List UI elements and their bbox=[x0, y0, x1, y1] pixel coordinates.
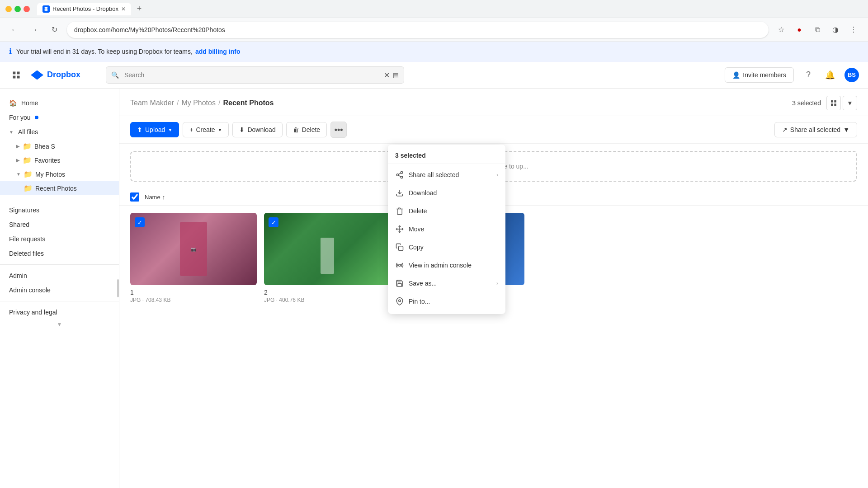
sidebar-item-admin[interactable]: Admin bbox=[0, 268, 119, 283]
context-menu-header: 3 selected bbox=[388, 148, 505, 164]
search-clear-icon[interactable]: ✕ bbox=[384, 70, 390, 79]
menu-item-admin-console[interactable]: View in admin console bbox=[388, 256, 505, 274]
bhea-s-chevron: ▶ bbox=[16, 144, 20, 149]
delete-label: Delete bbox=[302, 126, 320, 133]
refresh-button[interactable]: ↻ bbox=[47, 23, 61, 37]
my-photos-label: My Photos bbox=[35, 171, 65, 178]
delete-button[interactable]: 🗑 Delete bbox=[286, 122, 327, 137]
sidebar-item-admin-console[interactable]: Admin console bbox=[0, 283, 119, 297]
minimize-button[interactable] bbox=[5, 6, 12, 12]
svg-point-10 bbox=[401, 176, 403, 178]
svg-rect-0 bbox=[13, 71, 16, 74]
delete-icon: 🗑 bbox=[293, 126, 299, 133]
app-grid-button[interactable] bbox=[9, 68, 24, 82]
file-name-1: 1 bbox=[130, 289, 257, 296]
home-label: Home bbox=[21, 99, 38, 107]
sidebar-item-signatures[interactable]: Signatures bbox=[0, 203, 119, 217]
new-tab-button[interactable]: + bbox=[133, 3, 146, 15]
invite-label: Invite members bbox=[743, 71, 786, 79]
upload-arrow-icon: ▼ bbox=[168, 127, 172, 132]
search-filter-icon[interactable]: ▤ bbox=[393, 71, 399, 79]
my-photos-chevron: ▼ bbox=[16, 172, 21, 177]
menu-item-pin-to[interactable]: Pin to... bbox=[388, 292, 505, 310]
menu-item-share-all[interactable]: Share all selected › bbox=[388, 166, 505, 184]
profile-icon[interactable]: ◑ bbox=[828, 23, 843, 37]
tab-close-button[interactable]: ✕ bbox=[121, 6, 126, 12]
sidebar: 🏠 Home For you ▼ All files ▶ 📁 Bhea S ▶ … bbox=[0, 89, 119, 488]
sidebar-scroll-down[interactable]: ▼ bbox=[0, 319, 119, 329]
breadcrumb-part2[interactable]: My Photos bbox=[181, 99, 216, 107]
sidebar-item-shared[interactable]: Shared bbox=[0, 217, 119, 232]
help-button[interactable]: ? bbox=[801, 68, 816, 82]
sidebar-item-recent-photos[interactable]: 📁 Recent Photos bbox=[0, 181, 119, 195]
menu-item-download[interactable]: Download bbox=[388, 184, 505, 202]
sidebar-item-bhea-s[interactable]: ▶ 📁 Bhea S bbox=[0, 139, 119, 153]
bookmark-icon[interactable]: ☆ bbox=[774, 23, 788, 37]
avatar[interactable]: BS bbox=[844, 68, 859, 82]
search-icon: 🔍 bbox=[111, 71, 119, 79]
active-tab[interactable]: Recent Photos - Dropbox ✕ bbox=[37, 3, 131, 15]
file-check-2[interactable]: ✓ bbox=[269, 217, 278, 227]
more-button[interactable]: ••• bbox=[330, 122, 347, 138]
menu-item-copy[interactable]: Copy bbox=[388, 238, 505, 256]
menu-icon[interactable]: ⋮ bbox=[846, 23, 861, 37]
check-all-checkbox[interactable] bbox=[130, 192, 139, 202]
view-toggle: ▼ bbox=[826, 96, 857, 110]
breadcrumb: Team Makder / My Photos / Recent Photos bbox=[130, 99, 274, 107]
svg-point-17 bbox=[399, 264, 401, 267]
download-menu-label: Download bbox=[409, 189, 498, 197]
address-bar: ← → ↻ ☆ ● ⧉ ◑ ⋮ bbox=[0, 18, 868, 42]
download-button[interactable]: ⬇ Download bbox=[232, 122, 282, 137]
create-button[interactable]: + Create ▼ bbox=[183, 122, 229, 137]
sidebar-item-all-files[interactable]: ▼ All files bbox=[0, 125, 119, 139]
breadcrumb-part1[interactable]: Team Makder bbox=[130, 99, 174, 107]
back-button[interactable]: ← bbox=[7, 23, 22, 37]
maximize-button[interactable] bbox=[14, 6, 21, 12]
invite-members-button[interactable]: 👤 Invite members bbox=[725, 67, 794, 83]
close-button[interactable] bbox=[24, 6, 30, 12]
menu-item-move[interactable]: Move bbox=[388, 220, 505, 238]
sidebar-item-file-requests[interactable]: File requests bbox=[0, 232, 119, 246]
sidebar-item-privacy[interactable]: Privacy and legal bbox=[0, 305, 119, 319]
extensions-icon[interactable]: ⧉ bbox=[810, 23, 825, 37]
notifications-button[interactable]: 🔔 bbox=[823, 68, 837, 82]
billing-link[interactable]: add billing info bbox=[195, 48, 241, 55]
trial-icon: ℹ bbox=[9, 47, 12, 56]
file-requests-label: File requests bbox=[9, 235, 45, 243]
address-actions: ☆ ● ⧉ ◑ ⋮ bbox=[774, 23, 861, 37]
menu-item-save-as[interactable]: Save as... › bbox=[388, 274, 505, 292]
file-thumbnail-2[interactable]: ✓ bbox=[264, 213, 391, 285]
upload-label: Upload bbox=[145, 126, 165, 133]
nav-actions: 👤 Invite members ? 🔔 BS bbox=[725, 67, 859, 83]
logo-text: Dropbox bbox=[47, 70, 80, 80]
list-view-button[interactable]: ▼ bbox=[843, 96, 857, 110]
name-column-header[interactable]: Name ↑ bbox=[145, 194, 165, 201]
file-name-2: 2 bbox=[264, 289, 391, 296]
save-as-menu-label: Save as... bbox=[409, 280, 492, 287]
menu-item-delete[interactable]: Delete bbox=[388, 202, 505, 220]
file-check-1[interactable]: ✓ bbox=[135, 217, 145, 227]
sidebar-item-favorites[interactable]: ▶ 📁 Favorites bbox=[0, 153, 119, 167]
save-as-menu-icon bbox=[395, 279, 404, 288]
download-icon: ⬇ bbox=[239, 126, 245, 133]
forward-button[interactable]: → bbox=[27, 23, 42, 37]
address-input[interactable] bbox=[67, 22, 769, 38]
dropbox-logo[interactable]: Dropbox bbox=[31, 69, 80, 81]
browser-titlebar: Recent Photos - Dropbox ✕ + bbox=[0, 0, 868, 18]
admin-console-label: Admin console bbox=[9, 286, 51, 294]
upload-button[interactable]: ⬆ Upload ▼ bbox=[130, 122, 179, 137]
share-all-button[interactable]: ↗ Share all selected ▼ bbox=[774, 122, 857, 137]
sidebar-item-my-photos[interactable]: ▼ 📁 My Photos bbox=[0, 167, 119, 181]
create-arrow-icon: ▼ bbox=[218, 127, 222, 132]
sidebar-item-deleted-files[interactable]: Deleted files bbox=[0, 246, 119, 261]
grid-view-button[interactable] bbox=[826, 96, 841, 110]
window-controls[interactable] bbox=[5, 6, 30, 12]
extension-icon[interactable]: ● bbox=[792, 23, 807, 37]
sidebar-item-home[interactable]: 🏠 Home bbox=[0, 96, 119, 110]
sidebar-resize-handle[interactable] bbox=[117, 279, 119, 297]
breadcrumb-sep2: / bbox=[218, 99, 220, 107]
file-thumbnail-1[interactable]: 📷 ✓ bbox=[130, 213, 257, 285]
delete-menu-icon bbox=[395, 206, 404, 216]
sidebar-item-for-you[interactable]: For you bbox=[0, 110, 119, 125]
search-input[interactable] bbox=[106, 66, 404, 84]
